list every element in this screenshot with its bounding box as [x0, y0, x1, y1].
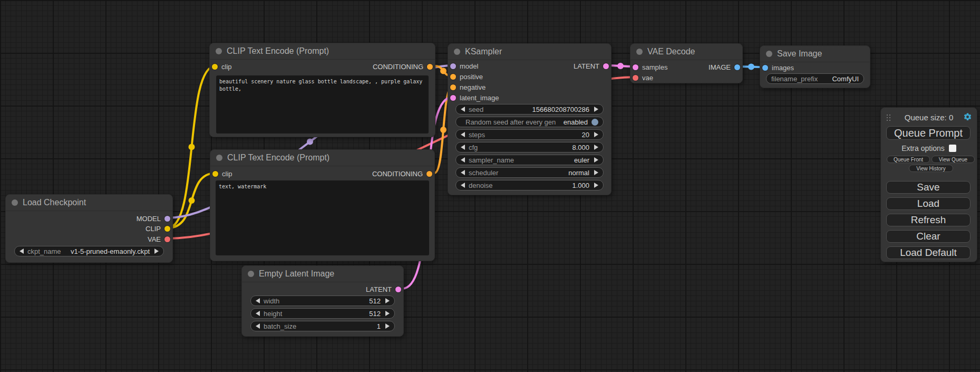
increment-icon[interactable]	[594, 145, 598, 150]
sampler-name-widget[interactable]: sampler_name euler	[455, 155, 604, 165]
widget-label: steps	[469, 131, 485, 139]
increment-icon[interactable]	[385, 298, 390, 303]
node-title-bar[interactable]: Save Image	[760, 46, 870, 62]
prev-value-icon[interactable]	[20, 249, 24, 254]
seed-widget[interactable]: seed 156680208700286	[455, 104, 604, 115]
decrement-icon[interactable]	[461, 183, 465, 188]
node-title-bar[interactable]: Empty Latent Image	[242, 266, 403, 282]
prompt-text-field[interactable]: beautiful scenery nature glass bottle la…	[216, 75, 429, 133]
node-empty-latent-image[interactable]: Empty Latent Image LATENT width 512 heig…	[241, 265, 404, 337]
output-slot-vae[interactable]: VAE	[148, 234, 170, 244]
ckpt-name-widget[interactable]: ckpt_name v1-5-pruned-emaonly.ckpt	[14, 246, 164, 256]
queue-front-button[interactable]: Queue Front	[887, 156, 930, 163]
input-slot-negative[interactable]: negative	[450, 82, 486, 92]
input-slot-clip[interactable]: clip	[212, 168, 232, 179]
random-seed-toggle-widget[interactable]: Random seed after every gen enabled	[455, 117, 604, 127]
increment-icon[interactable]	[594, 107, 598, 112]
decrement-icon[interactable]	[461, 145, 465, 150]
height-widget[interactable]: height 512	[250, 308, 395, 319]
clip-port-icon[interactable]	[164, 226, 170, 232]
slot-label: clip	[221, 63, 232, 71]
latent-port-icon[interactable]	[603, 63, 609, 69]
output-slot-latent[interactable]: LATENT	[366, 284, 401, 294]
conditioning-port-icon[interactable]	[426, 171, 432, 177]
input-slot-images[interactable]: images	[762, 62, 794, 73]
latent-port-icon[interactable]	[450, 95, 456, 101]
decrement-icon[interactable]	[461, 107, 465, 112]
prompt-text-field[interactable]: text, watermark	[216, 180, 429, 255]
node-title-bar[interactable]: VAE Decode	[630, 44, 742, 60]
prev-value-icon[interactable]	[461, 157, 465, 163]
vae-port-icon[interactable]	[633, 75, 638, 81]
batch-size-widget[interactable]: batch_size 1	[250, 321, 395, 331]
increment-icon[interactable]	[594, 183, 598, 188]
node-save-image[interactable]: Save Image images filename_prefix ComfyU…	[760, 45, 870, 88]
input-slot-clip[interactable]: clip	[212, 61, 232, 72]
node-title-bar[interactable]: KSampler	[448, 44, 611, 60]
conditioning-port-icon[interactable]	[427, 64, 433, 70]
load-default-button[interactable]: Load Default	[886, 246, 971, 259]
node-status-dot	[12, 199, 18, 206]
image-port-icon[interactable]	[734, 64, 740, 70]
node-title-bar[interactable]: Load Checkpoint	[6, 195, 172, 211]
toggle-enabled-icon[interactable]	[591, 119, 598, 126]
extra-options-checkbox[interactable]	[949, 145, 956, 152]
filename-prefix-widget[interactable]: filename_prefix ComfyUI	[766, 73, 864, 84]
model-port-icon[interactable]	[450, 63, 456, 69]
output-slot-model[interactable]: MODEL	[137, 213, 170, 224]
node-vae-decode[interactable]: VAE Decode samples vae IMAGE	[630, 43, 743, 83]
denoise-widget[interactable]: denoise 1.000	[455, 180, 604, 190]
node-status-dot	[766, 51, 772, 57]
output-slot-conditioning[interactable]: CONDITIONING	[372, 168, 432, 179]
node-ksampler[interactable]: KSampler model positive negative latent_…	[448, 43, 612, 195]
save-button[interactable]: Save	[886, 181, 971, 194]
conditioning-port-icon[interactable]	[450, 84, 456, 90]
refresh-button[interactable]: Refresh	[886, 214, 971, 226]
output-slot-latent[interactable]: LATENT	[574, 61, 609, 71]
input-slot-latent-image[interactable]: latent_image	[450, 92, 499, 103]
decrement-icon[interactable]	[256, 323, 260, 329]
node-clip-text-encode-negative[interactable]: CLIP Text Encode (Prompt) clip CONDITION…	[210, 149, 435, 261]
next-value-icon[interactable]	[594, 157, 598, 163]
input-slot-model[interactable]: model	[450, 61, 478, 71]
next-value-icon[interactable]	[154, 249, 159, 254]
decrement-icon[interactable]	[256, 298, 260, 303]
input-slot-positive[interactable]: positive	[450, 71, 483, 82]
input-slot-samples[interactable]: samples	[633, 62, 667, 72]
view-queue-button[interactable]: View Queue	[932, 156, 975, 163]
decrement-icon[interactable]	[461, 132, 465, 137]
increment-icon[interactable]	[385, 311, 390, 316]
load-button[interactable]: Load	[886, 197, 971, 210]
node-load-checkpoint[interactable]: Load Checkpoint MODEL CLIP VAE ckpt_name…	[5, 194, 173, 263]
model-port-icon[interactable]	[164, 216, 170, 222]
node-title-bar[interactable]: CLIP Text Encode (Prompt)	[210, 43, 435, 60]
latent-port-icon[interactable]	[633, 64, 638, 70]
latent-port-icon[interactable]	[395, 287, 401, 292]
output-slot-clip[interactable]: CLIP	[145, 223, 170, 234]
queue-prompt-button[interactable]: Queue Prompt	[886, 126, 971, 140]
increment-icon[interactable]	[594, 132, 598, 137]
width-widget[interactable]: width 512	[250, 295, 395, 306]
slot-label: CLIP	[145, 225, 161, 233]
scheduler-widget[interactable]: scheduler normal	[455, 167, 604, 178]
image-port-icon[interactable]	[762, 65, 768, 71]
settings-gear-icon[interactable]	[963, 112, 972, 121]
prev-value-icon[interactable]	[461, 170, 465, 175]
node-clip-text-encode-positive[interactable]: CLIP Text Encode (Prompt) clip CONDITION…	[209, 43, 435, 137]
clear-button[interactable]: Clear	[886, 230, 971, 243]
view-history-button[interactable]: View History	[909, 165, 953, 172]
decrement-icon[interactable]	[256, 311, 260, 316]
output-slot-conditioning[interactable]: CONDITIONING	[373, 61, 433, 72]
node-title-bar[interactable]: CLIP Text Encode (Prompt)	[210, 150, 434, 166]
vae-port-icon[interactable]	[164, 236, 170, 242]
output-slot-image[interactable]: IMAGE	[709, 62, 740, 72]
widget-value: 512	[369, 310, 381, 318]
clip-port-icon[interactable]	[212, 171, 218, 177]
increment-icon[interactable]	[385, 323, 390, 329]
cfg-widget[interactable]: cfg 8.000	[455, 142, 604, 152]
steps-widget[interactable]: steps 20	[455, 129, 604, 140]
next-value-icon[interactable]	[594, 170, 598, 175]
clip-port-icon[interactable]	[212, 64, 218, 70]
conditioning-port-icon[interactable]	[450, 74, 456, 80]
input-slot-vae[interactable]: vae	[633, 72, 653, 83]
